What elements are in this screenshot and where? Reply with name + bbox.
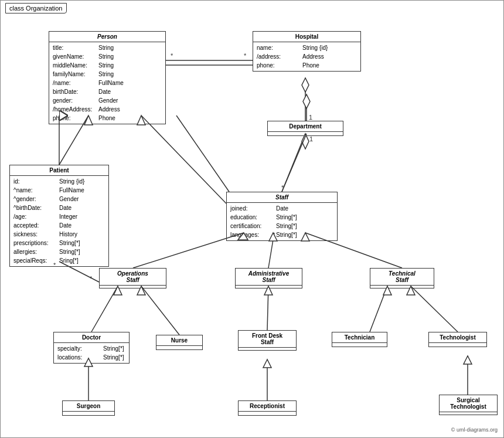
hospital-body: name:String {id} /address:Address phone:… [253, 42, 360, 71]
nurse-header: Nurse [156, 335, 202, 346]
operations-staff-body [100, 286, 166, 288]
patient-body: id:String {id} ^name:FullName ^gender:Ge… [10, 176, 108, 266]
svg-text:*: * [281, 184, 284, 191]
surgical-technologist-body [440, 412, 497, 415]
receptionist-header: Receptionist [239, 401, 296, 412]
administrative-staff-header: AdministrativeStaff [236, 269, 302, 286]
hospital-header: Hospital [253, 32, 360, 42]
diagram-title: class Organization [5, 3, 67, 13]
svg-marker-15 [303, 94, 310, 108]
technician-body [332, 343, 387, 347]
svg-line-35 [141, 286, 179, 335]
svg-marker-46 [263, 359, 271, 368]
technologist-body [429, 343, 486, 347]
receptionist-body [239, 412, 296, 415]
surgeon-body [63, 412, 114, 415]
svg-line-41 [411, 286, 458, 332]
svg-text:1: 1 [309, 114, 312, 121]
receptionist-class: Receptionist [238, 400, 297, 416]
technologist-header: Technologist [429, 332, 486, 343]
technical-staff-body [370, 286, 434, 288]
doctor-header: Doctor [54, 332, 129, 343]
doctor-class: Doctor specialty:String[*] locations:Str… [53, 332, 130, 364]
patient-header: Patient [10, 165, 108, 176]
staff-class: Staff joined:Date education:String[*] ce… [226, 192, 338, 241]
doctor-body: specialty:String[*] locations:String[*] [54, 343, 129, 363]
administrative-staff-class: AdministrativeStaff [235, 268, 302, 288]
svg-line-39 [370, 286, 387, 332]
nurse-class: Nurse [156, 335, 203, 350]
surgical-technologist-header: SurgicalTechnologist [440, 395, 497, 412]
technologist-class: Technologist [428, 332, 487, 347]
operations-staff-header: OperationsStaff [100, 269, 166, 286]
administrative-staff-body [236, 286, 302, 288]
staff-body: joined:Date education:String[*] certific… [227, 203, 337, 240]
copyright: © uml-diagrams.org [451, 427, 498, 433]
svg-line-33 [91, 286, 118, 332]
svg-line-22 [141, 116, 226, 203]
department-class: Department [267, 121, 343, 136]
diagram-container: class Organization Person title:String g… [0, 0, 504, 438]
surgical-technologist-class: SurgicalTechnologist [439, 395, 498, 415]
surgeon-header: Surgeon [63, 401, 114, 412]
svg-text:1: 1 [309, 135, 313, 142]
technical-staff-header: TechnicalStaff [370, 269, 434, 286]
person-class: Person title:String givenName:String mid… [49, 31, 166, 124]
front-desk-staff-body [239, 348, 296, 350]
technician-class: Technician [332, 332, 387, 347]
technician-header: Technician [332, 332, 387, 343]
patient-class: Patient id:String {id} ^name:FullName ^g… [9, 165, 109, 267]
department-body [268, 132, 343, 135]
nurse-body [156, 346, 202, 349]
surgeon-class: Surgeon [62, 400, 115, 416]
front-desk-staff-header: Front DeskStaff [239, 331, 296, 348]
svg-line-8 [282, 134, 305, 192]
staff-header: Staff [227, 192, 337, 203]
hospital-class: Hospital name:String {id} /address:Addre… [253, 31, 361, 72]
svg-marker-48 [464, 356, 472, 364]
person-header: Person [49, 32, 165, 42]
operations-staff-class: OperationsStaff [99, 268, 166, 288]
front-desk-staff-class: Front DeskStaff [238, 330, 297, 351]
svg-line-17 [282, 134, 307, 192]
svg-text:*: * [244, 52, 247, 59]
svg-line-37 [267, 286, 268, 330]
svg-text:*: * [90, 275, 93, 282]
department-header: Department [268, 121, 343, 132]
technical-staff-class: TechnicalStaff [370, 268, 434, 288]
svg-marker-7 [302, 78, 309, 92]
person-body: title:String givenName:String middleName… [49, 42, 165, 124]
svg-text:*: * [171, 52, 173, 59]
svg-line-10 [176, 116, 229, 192]
